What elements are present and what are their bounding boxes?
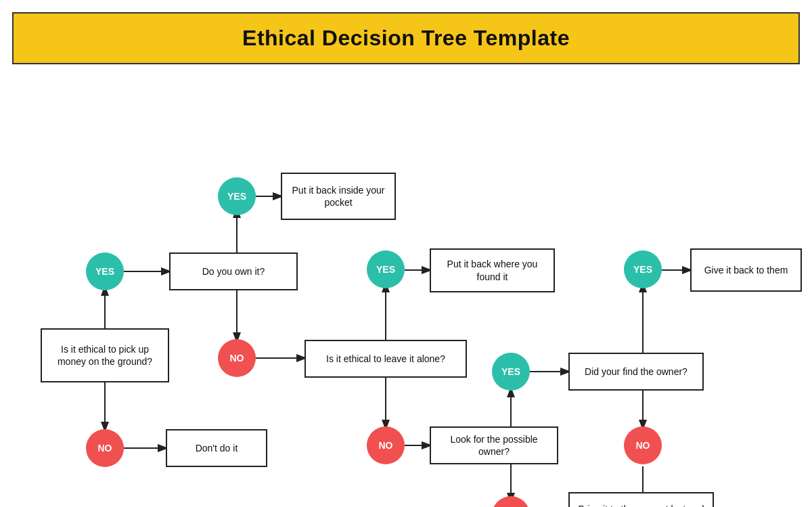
- no-circle-4: NO: [492, 496, 530, 507]
- page-title: Ethical Decision Tree Template: [14, 26, 798, 51]
- yes-circle-1: YES: [86, 252, 124, 290]
- yes-circle-3: YES: [367, 250, 405, 288]
- put-back-pocket-box: Put it back inside your pocket: [281, 173, 396, 220]
- start-question-box: Is it ethical to pick up money on the gr…: [41, 328, 169, 382]
- yes-circle-5: YES: [624, 250, 662, 288]
- diagram-area: Is it ethical to pick up money on the gr…: [0, 71, 812, 504]
- no-circle-1: NO: [86, 429, 124, 467]
- did-find-owner-box: Did your find the owner?: [568, 353, 704, 391]
- yes-circle-2: YES: [218, 177, 256, 215]
- no-circle-2: NO: [218, 339, 256, 377]
- no-circle-3: NO: [367, 426, 405, 464]
- look-owner-box: Look for the possible owner?: [430, 426, 558, 464]
- no-circle-5: NO: [624, 426, 662, 464]
- yes-circle-4: YES: [492, 353, 530, 391]
- bring-lost-found-box: Bring it to the nearest lost and found: [568, 492, 714, 507]
- give-back-box: Give it back to them: [690, 248, 802, 292]
- leave-alone-box: Is it ethical to leave it alone?: [304, 340, 467, 378]
- dont-do-it-box: Don't do it: [166, 429, 267, 467]
- do-you-own-box: Do you own it?: [169, 252, 298, 290]
- header: Ethical Decision Tree Template: [12, 12, 800, 64]
- put-back-found-box: Put it back where you found it: [430, 248, 555, 292]
